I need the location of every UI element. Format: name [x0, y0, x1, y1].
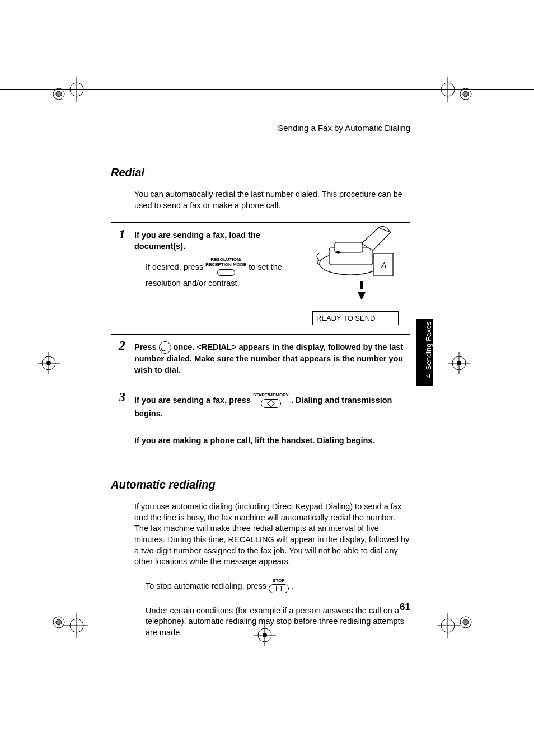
crop-mark-icon [437, 610, 476, 649]
step2-text-b: once. <REDIAL> appears in the display, f… [134, 342, 403, 374]
step2-text-a: Press [134, 342, 159, 351]
chapter-tab: 4. Sending Faxes [416, 319, 433, 386]
lcd-display: READY TO SEND [312, 311, 399, 325]
redial-intro: You can automatically redial the last nu… [134, 189, 410, 211]
section-title-auto-redial: Automatic redialing [111, 478, 410, 491]
page-number: 61 [400, 602, 410, 613]
resolution-reception-mode-button-icon: RESOLUTION/ RECEPTION MODE [205, 257, 246, 278]
crop-mark-icon [49, 66, 88, 105]
svg-point-13 [46, 361, 51, 365]
svg-point-9 [463, 91, 469, 97]
auto-redial-p3: Under certain conditions (for example if… [146, 605, 410, 638]
fax-load-document-illustration: A [312, 220, 402, 279]
chapter-tab-label: 4. Sending Faxes [425, 319, 432, 381]
crop-mark-icon [49, 610, 88, 649]
svg-text:A: A [381, 261, 386, 270]
stop-button-icon: STOP [269, 579, 289, 594]
step-number: 1 [119, 227, 125, 242]
crop-mark-icon [445, 349, 473, 377]
step-number: 2 [119, 338, 125, 353]
auto-redial-p2a: To stop automatic redialing, press [146, 581, 269, 590]
step1-heading: If you are sending a fax, load the docum… [134, 230, 302, 252]
redial-button-icon [159, 341, 171, 354]
step1-text-a: If desired, press [146, 262, 205, 271]
running-header: Sending a Fax by Automatic Dialing [111, 123, 410, 133]
svg-point-4 [56, 91, 62, 97]
step3-text-a: If you are sending a fax, press [134, 396, 253, 405]
svg-point-26 [56, 619, 62, 625]
auto-redial-p2b: . [291, 581, 293, 590]
svg-rect-34 [335, 242, 363, 252]
crop-mark-icon [35, 349, 63, 377]
crop-mark-icon [437, 66, 476, 105]
svg-point-17 [457, 361, 461, 365]
step3-text-c: If you are making a phone call, lift the… [134, 435, 410, 447]
start-memory-button-icon: START/MEMORY [253, 393, 289, 408]
section-title-redial: Redial [111, 166, 410, 179]
auto-redial-p1: If you use automatic dialing (including … [134, 501, 410, 567]
step-number: 3 [119, 389, 125, 405]
svg-point-31 [463, 619, 469, 625]
